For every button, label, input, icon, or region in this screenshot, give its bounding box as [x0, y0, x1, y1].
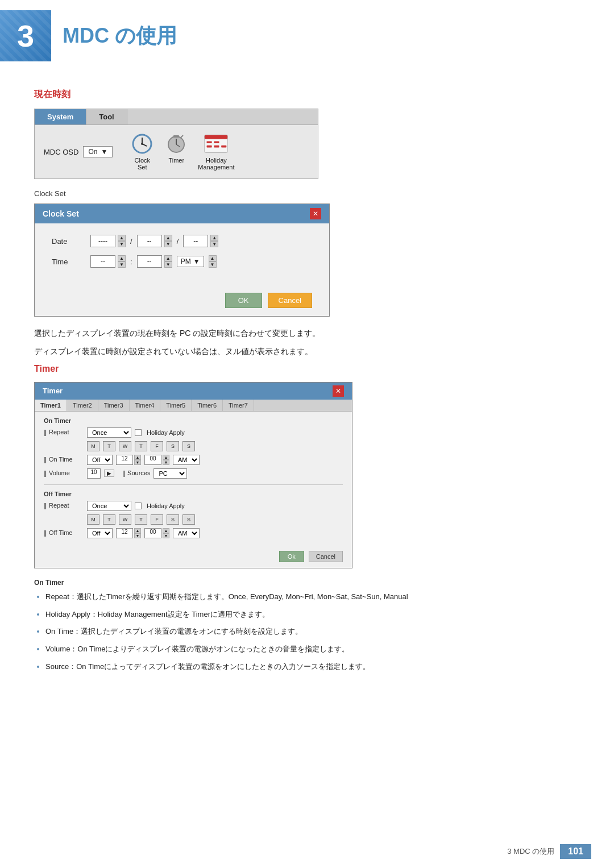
- day-w[interactable]: W: [119, 441, 131, 451]
- timer-tab-7[interactable]: Timer7: [223, 400, 254, 411]
- holiday-icon-item[interactable]: HolidayManagement: [198, 133, 234, 171]
- date-day-up[interactable]: ▲: [210, 235, 218, 241]
- clock-set-icon-item[interactable]: ClockSet: [130, 133, 155, 171]
- mdc-osd-row: MDC OSD On ▼: [44, 146, 113, 157]
- date-day-spin: -- ▲ ▼: [183, 235, 218, 247]
- off-min-down[interactable]: ▼: [163, 533, 169, 538]
- on-hour-down[interactable]: ▼: [134, 460, 141, 465]
- clock-set-label: ClockSet: [135, 157, 151, 171]
- svg-rect-12: [214, 141, 219, 143]
- footer-text: 3 MDC の使用: [507, 846, 554, 857]
- date-month-down[interactable]: ▼: [164, 241, 172, 247]
- timer-label: Timer: [168, 157, 184, 164]
- off-day-s2[interactable]: S: [182, 514, 195, 525]
- timer-tab-5[interactable]: Timer5: [160, 400, 192, 411]
- on-select[interactable]: On ▼: [83, 146, 113, 157]
- tab-tool[interactable]: Tool: [86, 109, 127, 124]
- day-t1[interactable]: T: [103, 441, 115, 451]
- day-t2[interactable]: T: [135, 441, 147, 451]
- date-year-input[interactable]: ----: [90, 235, 115, 247]
- bullet-2: Holiday Apply：Holiday Management設定を Time…: [45, 609, 580, 621]
- date-year-up[interactable]: ▲: [118, 235, 126, 241]
- sources-select[interactable]: PC HDMI DVI: [154, 468, 187, 479]
- timer-dialog-title: Timer: [43, 387, 63, 395]
- timer-tab-6[interactable]: Timer6: [192, 400, 223, 411]
- on-time-select[interactable]: Off On: [87, 455, 113, 465]
- bullet-5: Source：On Timeによってディスプレイ装置の電源をオンにしたときの入力…: [45, 661, 580, 673]
- time-hour-up[interactable]: ▲: [118, 255, 126, 261]
- off-day-w[interactable]: W: [119, 514, 131, 525]
- off-holiday-checkbox[interactable]: [135, 502, 142, 509]
- clock-ok-button[interactable]: OK: [225, 293, 262, 308]
- date-month-up[interactable]: ▲: [164, 235, 172, 241]
- timer-tab-2[interactable]: Timer2: [67, 400, 98, 411]
- holiday-apply-checkbox[interactable]: [135, 429, 142, 436]
- time-hour-down[interactable]: ▼: [118, 261, 126, 268]
- off-repeat-select[interactable]: Once EveryDay: [87, 501, 131, 511]
- day-m[interactable]: M: [87, 441, 99, 451]
- off-time-min-input[interactable]: 00: [144, 528, 161, 538]
- day-s2[interactable]: S: [182, 441, 195, 451]
- time-minute-input[interactable]: --: [137, 255, 162, 268]
- on-time-hour-input[interactable]: 12: [116, 455, 133, 465]
- on-hour-up[interactable]: ▲: [134, 455, 141, 460]
- timer-tab-4[interactable]: Timer4: [130, 400, 161, 411]
- off-time-ampm-select[interactable]: AM PM: [173, 528, 200, 538]
- date-month-input[interactable]: --: [137, 235, 162, 247]
- holiday-svg-icon: [204, 133, 229, 155]
- date-day-input[interactable]: --: [183, 235, 208, 247]
- system-ui-box: System Tool MDC OSD On ▼: [34, 109, 318, 179]
- volume-arrow-right[interactable]: ▶: [104, 470, 114, 477]
- ampm-up[interactable]: ▲: [209, 255, 217, 261]
- off-day-f[interactable]: F: [151, 514, 163, 525]
- clock-set-close-button[interactable]: ✕: [310, 208, 321, 219]
- on-min-up[interactable]: ▲: [163, 455, 169, 460]
- day-s1[interactable]: S: [167, 441, 179, 451]
- timer-tab-1[interactable]: Timer1: [35, 400, 67, 411]
- timer-ok-button[interactable]: Ok: [279, 551, 304, 562]
- timer-icon-item[interactable]: Timer: [164, 133, 189, 164]
- off-day-s1[interactable]: S: [167, 514, 179, 525]
- time-minute-up[interactable]: ▲: [164, 255, 172, 261]
- off-time-hour-input[interactable]: 12: [116, 528, 133, 538]
- off-hour-up[interactable]: ▲: [134, 528, 141, 533]
- time-minute-down[interactable]: ▼: [164, 261, 172, 268]
- off-time-hour-spin: 12 ▲ ▼: [116, 528, 141, 538]
- holiday-icon-img: [204, 133, 229, 155]
- on-time-row: ‖ On Time Off On 12 ▲ ▼ 00 ▲ ▼: [44, 455, 343, 465]
- off-day-t1[interactable]: T: [103, 514, 115, 525]
- date-day-down[interactable]: ▼: [210, 241, 218, 247]
- clock-set-subsection-label: Clock Set: [34, 189, 580, 198]
- bullet-4: Volume：On Timeによりディスプレイ装置の電源がオンになったときの音量…: [45, 643, 580, 655]
- on-days-row: M T W T F S S: [44, 441, 343, 451]
- tab-system[interactable]: System: [35, 109, 86, 124]
- on-time-ampm-select[interactable]: AM PM: [173, 455, 200, 465]
- on-time-min-spin: 00 ▲ ▼: [144, 455, 169, 465]
- on-time-min-input[interactable]: 00: [144, 455, 161, 465]
- clock-set-dialog-title: Clock Set: [43, 209, 79, 218]
- volume-input[interactable]: 10: [87, 468, 101, 479]
- timer-close-button[interactable]: ✕: [333, 385, 344, 397]
- off-day-m[interactable]: M: [87, 514, 99, 525]
- off-hour-down[interactable]: ▼: [134, 533, 141, 538]
- ampm-select[interactable]: PM ▼: [177, 256, 204, 267]
- off-min-up[interactable]: ▲: [163, 528, 169, 533]
- desc-line2: ディスプレイ装置に時刻が設定されていない場合は、ヌル値が表示されます。: [34, 345, 580, 358]
- day-f[interactable]: F: [151, 441, 163, 451]
- on-repeat-select[interactable]: Once EveryDay Mon~Fri Mon~Sat Sat~Sun Ma…: [87, 427, 131, 438]
- time-row: Time -- ▲ ▼ : -- ▲ ▼ PM: [52, 255, 312, 268]
- desc-line1: 選択したディスプレイ装置の現在時刻を PC の設定時刻に合わせて変更します。: [34, 327, 580, 339]
- date-year-down[interactable]: ▼: [118, 241, 126, 247]
- section-heading-timer: Timer: [34, 364, 580, 374]
- page-footer: 3 MDC の使用 101: [507, 844, 591, 859]
- off-day-t2[interactable]: T: [135, 514, 147, 525]
- timer-divider: [44, 484, 343, 485]
- clock-cancel-button[interactable]: Cancel: [268, 293, 312, 308]
- off-time-select[interactable]: Off On: [87, 528, 113, 538]
- off-repeat-row: ‖ Repeat Once EveryDay Holiday Apply: [44, 501, 343, 511]
- on-min-down[interactable]: ▼: [163, 460, 169, 465]
- timer-cancel-button[interactable]: Cancel: [309, 551, 343, 562]
- timer-tab-3[interactable]: Timer3: [98, 400, 130, 411]
- ampm-down[interactable]: ▼: [209, 261, 217, 268]
- time-hour-input[interactable]: --: [90, 255, 115, 268]
